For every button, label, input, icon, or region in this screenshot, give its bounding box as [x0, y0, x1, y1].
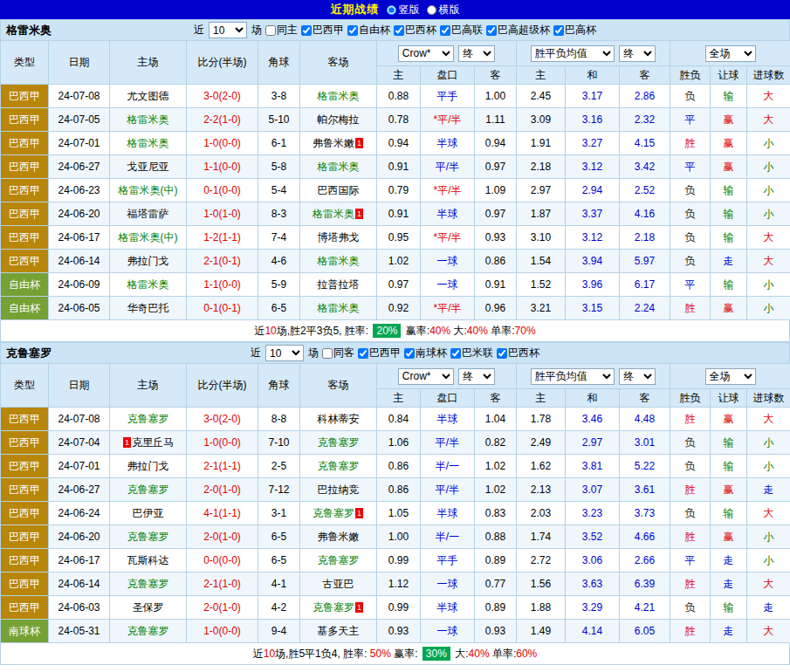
red-card-badge: 1: [355, 602, 363, 613]
odds-final-select[interactable]: 终: [458, 45, 495, 62]
col-score: 比分(半场): [187, 41, 258, 85]
handicap-result-cell: 赢: [711, 525, 747, 549]
asia-handicap-cell: 一球: [421, 273, 475, 297]
layout-horizontal-option[interactable]: 横版: [427, 3, 460, 17]
league-filter-checkbox[interactable]: 巴西杯: [497, 346, 539, 360]
asia-away-odds-cell: 0.93: [475, 620, 517, 643]
asia-away-odds-cell: 1.02: [475, 478, 517, 502]
europe-away-odds-cell: 2.86: [620, 85, 670, 108]
horizontal-radio[interactable]: [427, 5, 436, 15]
away-team-cell: 格雷米奥: [300, 85, 377, 108]
col-asia-line: 盘口: [421, 66, 475, 85]
home-team-cell: 格雷米奥(中): [110, 179, 187, 202]
asia-away-odds-cell: 0.91: [475, 273, 517, 297]
europe-home-odds-cell: 1.49: [517, 620, 566, 643]
handicap-result-cell: 赢: [711, 108, 747, 132]
layout-vertical-option[interactable]: 竖版: [387, 3, 420, 17]
europe-draw-odds-cell: 2.94: [566, 179, 620, 202]
asia-handicap-cell: *平/半: [421, 179, 475, 202]
match-type-cell: 自由杯: [1, 297, 49, 320]
col-goals: 进球数: [747, 389, 790, 408]
asia-away-odds-cell: 0.93: [475, 226, 517, 250]
col-outcome: 胜负: [670, 389, 711, 408]
date-cell: 24-06-14: [49, 573, 110, 596]
league-filter-checkbox[interactable]: 巴西甲: [301, 23, 344, 38]
col-corners: 角球: [258, 41, 300, 85]
match-count-select[interactable]: 10: [265, 345, 304, 361]
team-label: 帕尔梅拉: [318, 113, 360, 126]
asia-odds-header: Crow* 终: [377, 41, 517, 66]
odds-source-select[interactable]: Crow*: [398, 45, 454, 62]
goals-result-cell: 小: [747, 525, 790, 549]
home-team-cell: 圣保罗: [110, 596, 187, 620]
match-count-select[interactable]: 10: [209, 22, 247, 38]
scope-header: 全场: [670, 41, 790, 66]
europe-away-odds-cell: 2.52: [620, 179, 670, 202]
home-team-cell: 瓦斯科达: [110, 549, 187, 573]
match-row: 巴西甲24-06-17格雷米奥(中)1-2(1-1)7-4博塔弗戈0.95*平/…: [1, 226, 790, 250]
summary-text: 大:: [450, 325, 467, 337]
team-label: 克鲁塞罗: [127, 531, 169, 543]
league-filter-checkbox[interactable]: 巴高联: [440, 23, 483, 38]
europe-draw-odds-cell: 3.16: [566, 108, 620, 132]
home-team-cell: 华奇巴托: [110, 297, 187, 320]
league-filter-checkbox[interactable]: 巴西杯: [394, 23, 436, 38]
page-title: 近期战绩: [331, 2, 380, 17]
league-filter-checkbox[interactable]: 巴高超级杯: [486, 23, 550, 38]
europe-home-odds-cell: 1.52: [517, 273, 566, 297]
europe-draw-odds-cell: 3.94: [566, 250, 620, 273]
odds-final-select[interactable]: 终: [458, 368, 495, 385]
handicap-result-cell: 赢: [711, 297, 747, 320]
handicap-result-cell: 输: [711, 502, 747, 525]
league-filter-checkbox[interactable]: 巴米联: [450, 346, 493, 360]
asia-handicap-cell: 平/半: [421, 155, 475, 179]
scope-select[interactable]: 全场: [705, 45, 756, 62]
league-filter-label: 巴高杯: [565, 23, 596, 38]
match-row: 巴西甲24-07-01弗拉门戈2-1(1-1)2-5克鲁塞罗0.86半/一1.0…: [1, 455, 790, 478]
outcome-cell: 胜: [670, 573, 711, 596]
corners-cell: 7-4: [258, 226, 300, 250]
outcome-cell: 负: [670, 179, 711, 202]
games-label: 场: [251, 23, 262, 38]
europe-away-odds-cell: 4.21: [620, 596, 670, 620]
europe-away-odds-cell: 5.97: [620, 250, 670, 273]
goals-result-cell: 大: [747, 573, 790, 596]
date-cell: 24-06-20: [49, 202, 110, 226]
league-filter-checkbox[interactable]: 自由杯: [347, 23, 390, 38]
corners-cell: 5-10: [258, 108, 300, 132]
col-europe-home: 主: [517, 66, 566, 85]
scope-select[interactable]: 全场: [705, 368, 756, 385]
odds-source-select[interactable]: Crow*: [398, 368, 454, 385]
wdl-final-select[interactable]: 终: [619, 368, 656, 385]
home-team-cell: 戈亚尼亚: [110, 155, 187, 179]
matches-table: 类型 日期 主场 比分(半场) 角球 客场 Crow* 终 胜平负均值 终: [0, 40, 790, 320]
wdl-mean-select[interactable]: 胜平负均值: [531, 368, 615, 385]
league-filter-checkbox[interactable]: 巴高杯: [553, 23, 596, 38]
vertical-radio[interactable]: [387, 5, 396, 15]
away-team-cell: 克鲁塞罗: [300, 431, 377, 455]
europe-home-odds-cell: 2.03: [517, 502, 566, 525]
asia-handicap-cell: 一球: [421, 620, 475, 643]
red-card-badge: 1: [355, 508, 363, 518]
asia-handicap-cell: 平/半: [421, 478, 475, 502]
league-filter-checkbox[interactable]: 南球杯: [404, 346, 447, 360]
col-date: 日期: [49, 364, 110, 408]
handicap-result-cell: 输: [711, 226, 747, 250]
europe-draw-odds-cell: 3.63: [566, 573, 620, 596]
matches-tbody: 巴西甲24-07-08克鲁塞罗3-0(2-0)8-8科林蒂安0.84半球1.04…: [1, 408, 790, 643]
corners-cell: 4-1: [258, 573, 300, 596]
asia-handicap-cell: 平手: [421, 549, 475, 573]
score-cell: 1-1(0-0): [187, 273, 258, 297]
wdl-final-select[interactable]: 终: [619, 45, 656, 62]
wdl-mean-select[interactable]: 胜平负均值: [531, 45, 615, 62]
europe-draw-odds-cell: 3.12: [566, 226, 620, 250]
corners-cell: 2-5: [258, 455, 300, 478]
same-venue-checkbox[interactable]: 同客: [322, 346, 354, 360]
league-filter-checkbox[interactable]: 巴西甲: [358, 346, 401, 360]
same-venue-checkbox[interactable]: 同主: [265, 23, 298, 38]
europe-home-odds-cell: 1.78: [517, 408, 566, 431]
team-label: 克鲁塞罗: [127, 625, 169, 637]
score-cell: 1-0(0-0): [187, 431, 258, 455]
europe-odds-header: 胜平负均值 终: [517, 364, 670, 389]
date-cell: 24-07-08: [49, 408, 110, 431]
